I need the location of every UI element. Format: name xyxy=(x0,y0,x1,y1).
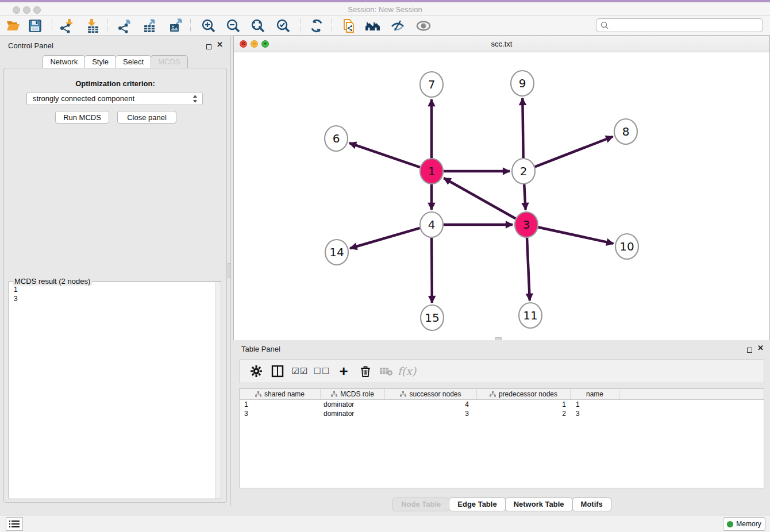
svg-text:6: 6 xyxy=(333,132,340,145)
network-window-titlebar[interactable]: ✕ − + scc.txt xyxy=(234,36,769,52)
svg-text:9: 9 xyxy=(519,76,526,90)
home-icon[interactable] xyxy=(364,17,382,34)
export-table-icon[interactable] xyxy=(141,17,159,34)
graph-node-7[interactable]: 7 xyxy=(420,72,443,97)
close-panel-button[interactable]: Close panel xyxy=(117,111,176,124)
graph-node-3[interactable]: 3 xyxy=(515,212,538,237)
export-image-icon[interactable] xyxy=(167,17,184,34)
memory-label: Memory xyxy=(736,520,761,528)
graph-edge-2-3[interactable] xyxy=(524,184,525,210)
hide-panel-icon[interactable] xyxy=(389,17,406,34)
list-icon xyxy=(9,520,20,528)
tab-select[interactable]: Select xyxy=(116,55,151,68)
graph-edge-3-10[interactable] xyxy=(538,227,614,243)
zoom-selected-icon[interactable] xyxy=(275,17,292,34)
graph-edge-3-1[interactable] xyxy=(444,178,515,218)
tab-edge-table[interactable]: Edge Table xyxy=(449,498,505,511)
delete-table-icon[interactable] xyxy=(376,360,396,383)
graph-node-6[interactable]: 6 xyxy=(325,126,348,151)
column-header-shared-name[interactable]: shared name xyxy=(240,389,321,399)
graph-edge-4-15[interactable] xyxy=(432,238,432,303)
optimization-criterion-label: Optimization criterion: xyxy=(4,79,226,88)
svg-text:4: 4 xyxy=(428,218,436,232)
scrollbar[interactable] xyxy=(215,282,220,499)
float-panel-icon[interactable] xyxy=(206,41,211,52)
panel-resize-grip[interactable] xyxy=(228,263,231,278)
graph-edge-1-6[interactable] xyxy=(349,143,420,167)
cell-name: 1 xyxy=(571,400,619,409)
chevron-up-down-icon xyxy=(192,94,198,105)
toolbar-separator xyxy=(332,18,332,33)
table-row[interactable]: 3 dominator 3 2 3 xyxy=(240,409,764,418)
save-session-icon[interactable] xyxy=(26,17,44,34)
import-network-icon[interactable] xyxy=(58,17,75,34)
memory-button[interactable]: Memory xyxy=(723,517,765,531)
select-all-icon[interactable]: ☑☑ xyxy=(290,360,310,383)
zoom-fit-icon[interactable] xyxy=(249,17,267,34)
zoom-out-icon[interactable] xyxy=(225,17,242,34)
table-row[interactable]: 1 dominator 4 1 1 xyxy=(240,400,764,409)
zoom-in-icon[interactable] xyxy=(200,17,217,34)
table-tabs: Node Table Edge Table Network Table Moti… xyxy=(233,498,770,511)
close-panel-icon[interactable]: ✕ xyxy=(217,40,223,49)
search-input[interactable] xyxy=(609,21,763,29)
svg-text:7: 7 xyxy=(428,78,436,91)
network-view-window: ✕ − + scc.txt 7968124314101511 xyxy=(233,36,770,340)
tab-node-table[interactable]: Node Table xyxy=(392,498,449,511)
tab-motifs[interactable]: Motifs xyxy=(572,498,611,511)
optimization-criterion-dropdown[interactable]: strongly connected component xyxy=(26,92,203,105)
float-table-panel-icon[interactable] xyxy=(747,345,752,355)
graph-edge-3-11[interactable] xyxy=(527,238,530,300)
tab-network[interactable]: Network xyxy=(43,55,85,68)
graph-node-9[interactable]: 9 xyxy=(511,71,534,96)
toolbar-separator xyxy=(301,18,301,33)
tab-mcds[interactable]: MCDS xyxy=(151,55,187,68)
cell-successor-nodes: 4 xyxy=(385,400,477,409)
tab-network-table[interactable]: Network Table xyxy=(505,498,573,511)
delete-icon[interactable] xyxy=(356,360,375,383)
mcds-result-text[interactable]: 13 xyxy=(14,285,18,303)
tab-style[interactable]: Style xyxy=(84,55,116,68)
open-session-icon[interactable] xyxy=(5,17,22,34)
export-network-icon[interactable] xyxy=(116,17,133,34)
graph-edge-4-14[interactable] xyxy=(350,228,420,248)
graph-node-8[interactable]: 8 xyxy=(614,119,637,144)
graph-edge-2-9[interactable] xyxy=(522,98,523,158)
graph-node-1[interactable]: 1 xyxy=(420,159,443,184)
cell-predecessor-nodes: 2 xyxy=(477,409,571,418)
control-panel-title: Control Panel xyxy=(8,41,53,50)
deselect-all-icon[interactable]: ☐☐ xyxy=(312,360,332,383)
svg-text:15: 15 xyxy=(425,311,439,325)
column-header-successor-nodes[interactable]: successor nodes xyxy=(385,389,477,399)
show-panel-icon[interactable] xyxy=(415,17,432,34)
network-canvas[interactable]: 7968124314101511 xyxy=(234,52,769,340)
svg-text:1: 1 xyxy=(428,164,436,178)
column-layout-icon[interactable] xyxy=(268,360,287,383)
refresh-icon[interactable] xyxy=(308,17,325,34)
column-header-mcds-role[interactable]: MCDS role xyxy=(321,389,385,399)
function-builder-icon[interactable]: f(x) xyxy=(397,360,417,383)
table-panel: Table Panel ✕ ☑☑ ☐☐ + f(x) shared name M xyxy=(233,340,770,515)
graph-node-15[interactable]: 15 xyxy=(421,305,444,330)
graph-node-2[interactable]: 2 xyxy=(512,159,535,184)
svg-text:8: 8 xyxy=(622,125,630,138)
graph-node-4[interactable]: 4 xyxy=(420,212,443,237)
graph-node-10[interactable]: 10 xyxy=(615,234,638,259)
column-header-name[interactable]: name xyxy=(571,389,619,399)
settings-gear-icon[interactable] xyxy=(247,360,266,383)
run-mcds-button[interactable]: Run MCDS xyxy=(55,111,109,124)
cell-mcds-role: dominator xyxy=(321,400,385,409)
toolbar-separator xyxy=(190,18,191,33)
graph-node-11[interactable]: 11 xyxy=(519,303,542,328)
clone-network-icon[interactable] xyxy=(340,17,357,34)
close-table-panel-icon[interactable]: ✕ xyxy=(757,344,764,352)
control-panel: Control Panel ✕ Network Style Select MCD… xyxy=(0,36,230,506)
import-table-icon[interactable] xyxy=(84,17,101,34)
graph-node-14[interactable]: 14 xyxy=(325,240,348,265)
add-column-icon[interactable]: + xyxy=(334,360,353,383)
column-header-predecessor-nodes[interactable]: predecessor nodes xyxy=(477,389,571,399)
task-history-button[interactable] xyxy=(6,517,23,531)
graph-edge-2-8[interactable] xyxy=(535,137,613,167)
cell-shared-name: 1 xyxy=(240,400,321,409)
memory-status-icon xyxy=(727,521,733,527)
